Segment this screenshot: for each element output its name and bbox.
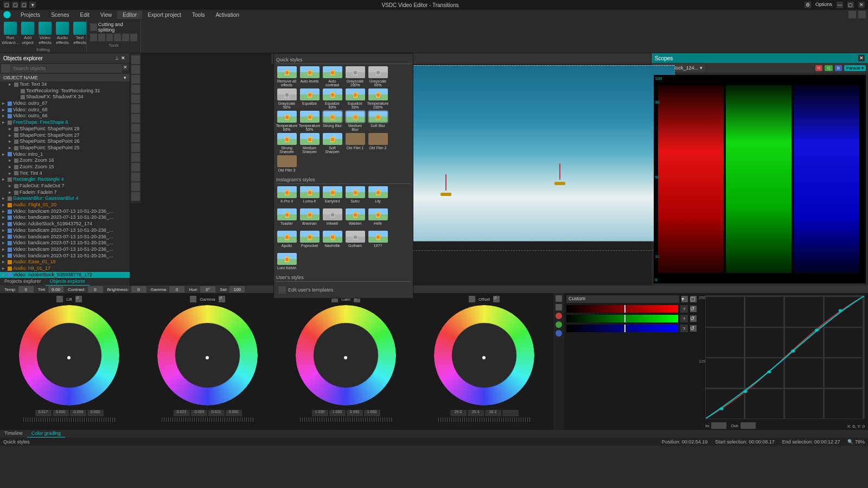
qs-inkwell[interactable]: Inkwell: [322, 208, 343, 229]
scopes-g-chip[interactable]: G: [825, 65, 832, 71]
color-wheel[interactable]: [19, 305, 119, 405]
qs-temperature-60-[interactable]: Temperature 60%: [276, 111, 297, 131]
tb-open-icon[interactable]: ▢: [12, 2, 18, 8]
ribbon-video[interactable]: Videoeffects: [37, 21, 53, 47]
tree-item[interactable]: ▸Video: bandicam 2023-07-13 10-51-20-236…: [0, 246, 130, 253]
tab-timeline[interactable]: Timeline: [0, 430, 27, 438]
qs-temperature-100-[interactable]: Temperature 100%: [367, 88, 388, 109]
qs-lord-kelvin[interactable]: Lord Kelvin: [276, 253, 297, 274]
subtitle-icon[interactable]: [131, 173, 140, 181]
color-wheel[interactable]: [434, 305, 534, 405]
scopes-r-chip[interactable]: R: [815, 65, 823, 71]
pin-icon[interactable]: ⟂: [113, 55, 120, 61]
qs-earlybird[interactable]: Earlybird: [322, 186, 343, 207]
chan-blue-help[interactable]: ?: [680, 325, 688, 332]
tooltip-icon[interactable]: [131, 163, 140, 172]
sprite-icon[interactable]: [131, 143, 140, 152]
tab-objects-explorer[interactable]: Objects explorer: [46, 278, 90, 286]
tb-save-icon[interactable]: ▢: [21, 2, 27, 8]
cg-red-dot-icon[interactable]: [556, 313, 562, 319]
qs-temperature-50-[interactable]: Temperature 50%: [299, 111, 320, 131]
shape-icon[interactable]: [131, 114, 140, 123]
menu-activation[interactable]: Activation: [210, 11, 244, 19]
cursor-icon[interactable]: [131, 55, 140, 64]
maximize-icon[interactable]: ▢: [847, 2, 854, 8]
tb-new-icon[interactable]: ▢: [3, 2, 10, 8]
qs-sutro[interactable]: Sutro: [344, 186, 366, 207]
menu-tools[interactable]: Tools: [187, 11, 210, 19]
wheel-scale[interactable]: [23, 417, 116, 422]
menu-projects[interactable]: Projects: [15, 11, 46, 19]
counter-icon[interactable]: [131, 153, 140, 162]
tree-item[interactable]: ▸ShapePoint: ShapePoint 26: [0, 138, 130, 145]
zoom-icon[interactable]: 🔍: [847, 439, 853, 445]
qs-equalize-60-[interactable]: Equalize 60%: [322, 88, 343, 109]
menu-editor[interactable]: Editor: [117, 11, 142, 19]
qs-brannan[interactable]: Brannan: [299, 208, 320, 229]
cg-blue-dot-icon[interactable]: [556, 330, 562, 337]
gear-icon[interactable]: ⚙: [805, 2, 811, 8]
chan-green-help[interactable]: ?: [680, 315, 688, 322]
tool-icon-2[interactable]: [98, 34, 105, 41]
line-icon[interactable]: [131, 124, 140, 132]
close-icon[interactable]: ✕: [858, 2, 865, 8]
scissors-icon[interactable]: [90, 23, 97, 31]
wheel-scale[interactable]: [438, 417, 531, 422]
pen-icon[interactable]: [131, 85, 140, 93]
tree-item[interactable]: ▸Tint: Tint 4: [0, 170, 130, 177]
tree-item[interactable]: ▸Video: outro_68: [0, 107, 130, 113]
tree-item[interactable]: ▸Video: bandicam 2023-07-13 10-51-20-236…: [0, 234, 130, 240]
wheel-scale[interactable]: [162, 417, 254, 422]
tree-item[interactable]: ▸Video: bandicam 2023-07-13 10-51-20-236…: [0, 214, 130, 221]
wheel-reset-icon[interactable]: ↺: [219, 296, 225, 302]
tool-icon-3[interactable]: [106, 34, 113, 41]
tree-item[interactable]: ▸Zoom: Zoom 16: [0, 157, 130, 164]
menu-right-icon1[interactable]: [848, 11, 856, 18]
color-wheel[interactable]: [296, 305, 396, 405]
qs-soft-sharpen[interactable]: Soft Sharpen: [322, 133, 343, 154]
qs-toaster[interactable]: Toaster: [276, 208, 297, 229]
chan-red-help[interactable]: ?: [680, 305, 688, 313]
chan-save-icon[interactable]: ▢: [690, 296, 697, 302]
cg-temp-input[interactable]: [18, 286, 34, 293]
qs-auto-contrast[interactable]: Auto contrast: [322, 66, 343, 87]
search-clear-icon[interactable]: ✕: [122, 64, 129, 71]
cg-green-dot-icon[interactable]: [556, 321, 562, 328]
qs-nashville[interactable]: Nashville: [322, 231, 343, 251]
tree-item[interactable]: ▸Audio: Hit_01_17: [0, 265, 130, 272]
curve-plot[interactable]: [705, 295, 865, 419]
wheel-reset-icon[interactable]: ↺: [75, 296, 82, 302]
scopes-b-chip[interactable]: B: [835, 65, 842, 71]
qs-grayscale-100-[interactable]: Grayscale 100%: [344, 66, 366, 87]
qs-grayscale-50-[interactable]: Grayscale 50%: [276, 88, 297, 109]
tb-more-icon[interactable]: ▾: [29, 2, 36, 8]
channel-red-slider[interactable]: [566, 305, 678, 313]
tree-item[interactable]: TextRecoloring: TextRecoloring 31: [0, 88, 130, 94]
tree-item[interactable]: ▸Video: AdobeStock_519943752_174: [0, 221, 130, 227]
qs-lomo-fi[interactable]: Lomo-fi: [299, 186, 320, 207]
minimize-icon[interactable]: —: [837, 2, 843, 8]
wheel-mode-icon[interactable]: [56, 296, 63, 302]
qs-old-film-1[interactable]: Old Film 1: [344, 133, 366, 154]
edit-user-templates-link[interactable]: Edit user's templates: [276, 284, 411, 296]
tree-item[interactable]: ▸Audio: Ease_01_18: [0, 259, 130, 265]
channel-green-slider[interactable]: [566, 315, 678, 322]
scopes-mode-dropdown[interactable]: Parade ▾: [844, 65, 866, 71]
tree-item[interactable]: ▸Video: outro_66: [0, 113, 130, 119]
tree-item[interactable]: ▸ShapePoint: ShapePoint 28: [0, 126, 130, 132]
scopes-close-icon[interactable]: ✕: [858, 55, 865, 61]
tree-item[interactable]: ▸FadeIn: FadeIn 7: [0, 189, 130, 196]
qs-strong-sharpen[interactable]: Strong Sharpen: [276, 133, 297, 154]
qs-hefe[interactable]: Hefe: [367, 208, 388, 229]
menu-export-project[interactable]: Export project: [142, 11, 187, 19]
color-wheel[interactable]: [157, 305, 258, 405]
tool-icon-1[interactable]: [90, 34, 97, 41]
wheel-reset-icon[interactable]: ↺: [493, 296, 500, 302]
options-link[interactable]: Options: [815, 2, 832, 8]
wheel-mode-icon[interactable]: [469, 296, 475, 302]
qs-soft-blur[interactable]: Soft Blur: [367, 111, 388, 131]
qs-strong-blur[interactable]: Strong Blur: [322, 111, 343, 131]
cg-contrast-input[interactable]: [88, 286, 103, 293]
cg-mode-icon-2[interactable]: [556, 304, 562, 310]
qs-gotham[interactable]: Gotham: [344, 231, 366, 251]
